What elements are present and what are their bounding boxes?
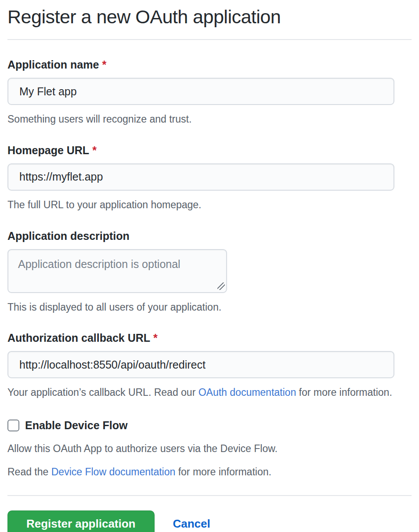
required-asterisk: * bbox=[102, 58, 106, 71]
cancel-link[interactable]: Cancel bbox=[173, 517, 210, 531]
callback-url-label: Authorization callback URL* bbox=[7, 332, 412, 344]
homepage-url-input[interactable] bbox=[7, 163, 394, 191]
page-title: Register a new OAuth application bbox=[7, 4, 412, 40]
device-flow-read-more: Read the Device Flow documentation for m… bbox=[7, 466, 412, 478]
oauth-register-form: Register a new OAuth application Applica… bbox=[0, 0, 419, 532]
app-name-group: Application name* Something users will r… bbox=[7, 58, 412, 126]
homepage-url-help: The full URL to your application homepag… bbox=[7, 199, 412, 211]
required-asterisk: * bbox=[92, 144, 97, 156]
device-flow-read-prefix: Read the bbox=[7, 466, 51, 478]
device-flow-checkbox[interactable] bbox=[7, 420, 19, 431]
homepage-url-label: Homepage URL* bbox=[7, 144, 412, 157]
app-name-label: Application name* bbox=[7, 58, 412, 71]
oauth-docs-link[interactable]: OAuth documentation bbox=[199, 387, 296, 398]
app-name-input[interactable] bbox=[7, 78, 394, 105]
app-description-help: This is displayed to all users of your a… bbox=[7, 301, 412, 314]
callback-url-label-text: Authorization callback URL bbox=[7, 332, 150, 344]
resize-handle-icon[interactable] bbox=[217, 282, 225, 290]
device-flow-help: Allow this OAuth App to authorize users … bbox=[7, 442, 412, 455]
app-description-wrap bbox=[7, 249, 227, 293]
callback-url-input[interactable] bbox=[7, 351, 394, 378]
callback-url-help-suffix: for more information. bbox=[296, 387, 392, 398]
callback-url-help-prefix: Your application’s callback URL. Read ou… bbox=[7, 387, 199, 398]
device-flow-read-suffix: for more information. bbox=[175, 466, 271, 478]
homepage-url-label-text: Homepage URL bbox=[7, 144, 89, 156]
app-name-label-text: Application name bbox=[7, 58, 99, 71]
app-name-help: Something users will recognize and trust… bbox=[7, 113, 412, 126]
footer-divider bbox=[7, 495, 412, 496]
register-application-button[interactable]: Register application bbox=[7, 510, 155, 532]
homepage-url-group: Homepage URL* The full URL to your appli… bbox=[7, 144, 412, 211]
device-flow-docs-link[interactable]: Device Flow documentation bbox=[51, 466, 176, 478]
app-description-textarea[interactable] bbox=[7, 249, 227, 293]
callback-url-help: Your application’s callback URL. Read ou… bbox=[7, 386, 412, 399]
app-description-label: Application description bbox=[7, 230, 412, 242]
device-flow-row: Enable Device Flow bbox=[7, 419, 412, 432]
callback-url-group: Authorization callback URL* Your applica… bbox=[7, 332, 412, 399]
app-description-group: Application description This is displaye… bbox=[7, 230, 412, 314]
required-asterisk: * bbox=[153, 332, 158, 344]
device-flow-label[interactable]: Enable Device Flow bbox=[25, 419, 127, 432]
app-description-label-text: Application description bbox=[7, 230, 130, 242]
form-actions: Register application Cancel bbox=[7, 510, 412, 532]
